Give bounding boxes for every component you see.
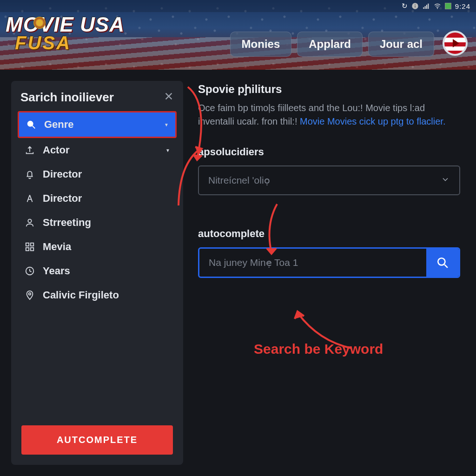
- section-autocomplete-label: autocomplete: [198, 228, 460, 240]
- filter-streaming[interactable]: Strreeting: [18, 211, 177, 235]
- app-logo[interactable]: MOVIE USA FUSA: [6, 13, 125, 53]
- search-input[interactable]: [199, 249, 426, 277]
- search-box: [198, 247, 460, 278]
- grid-icon: [24, 242, 35, 252]
- svg-point-2: [415, 4, 416, 5]
- svg-point-7: [437, 8, 438, 9]
- filter-label: Years: [43, 265, 70, 277]
- status-bar: ↻ 9:24: [0, 0, 476, 12]
- desc-link[interactable]: Movie Movies cick up ptg to flaclier.: [300, 116, 445, 126]
- search-button[interactable]: [426, 249, 459, 277]
- filter-label: Director: [43, 168, 82, 180]
- text-icon: [24, 193, 35, 204]
- annotation-search-keyword: Search be Keyword: [254, 341, 383, 357]
- sidebar-title: Sarich inoiliever: [20, 90, 114, 105]
- signal-icon: [423, 2, 430, 10]
- svg-point-8: [28, 121, 33, 126]
- battery-icon: [445, 3, 451, 9]
- category-dropdown[interactable]: Nitreícnel 'oliọ: [198, 165, 460, 195]
- status-time: 9:24: [455, 2, 470, 10]
- filter-label: Director: [43, 192, 82, 205]
- filter-years[interactable]: Years: [18, 259, 177, 283]
- bell-icon: [24, 169, 35, 179]
- filter-genre[interactable]: Genre ▼: [18, 111, 177, 138]
- filter-director-2[interactable]: Director: [18, 186, 177, 211]
- page-description: Oce faim bp timoļs fiilleets and the Lou…: [198, 101, 460, 128]
- wifi-icon: [434, 2, 441, 10]
- svg-rect-11: [31, 243, 33, 246]
- logo-badge-icon: [33, 17, 46, 29]
- filter-label: Mevia: [43, 241, 71, 253]
- search-icon: [26, 119, 37, 130]
- svg-point-15: [29, 293, 31, 295]
- svg-rect-6: [428, 4, 429, 9]
- filter-label: Actor: [43, 144, 69, 156]
- svg-rect-5: [426, 5, 427, 9]
- refresh-icon: ↻: [402, 2, 408, 10]
- chevron-down-icon: ▼: [164, 122, 169, 127]
- autocomplete-button[interactable]: AUTCOMPLETE: [21, 425, 173, 455]
- filter-label: Strreeting: [43, 217, 91, 229]
- info-icon: [411, 2, 419, 10]
- filter-label: Genre: [44, 119, 74, 131]
- search-icon: [436, 257, 449, 269]
- filter-list: Genre ▼ Actor ▼ Director Director Strree…: [11, 111, 183, 307]
- svg-rect-4: [424, 6, 425, 9]
- chevron-down-icon: ▼: [165, 148, 170, 153]
- filter-actor[interactable]: Actor ▼: [18, 138, 177, 162]
- close-icon[interactable]: [164, 90, 174, 105]
- svg-rect-3: [423, 7, 424, 9]
- svg-rect-13: [31, 248, 33, 251]
- main-panel: Spovie pḩiliturs Oce faim bp timoļs fiil…: [193, 81, 465, 465]
- nav-monies[interactable]: Monies: [230, 32, 292, 57]
- dropdown-placeholder: Nitreícnel 'oliọ: [208, 175, 270, 186]
- svg-rect-10: [26, 243, 29, 246]
- filter-label: Calivic Firgileto: [43, 289, 119, 301]
- nav-applard[interactable]: Applard: [297, 32, 363, 57]
- content-area: Sarich inoiliever Genre ▼ Actor ▼ Direct…: [0, 70, 476, 476]
- upload-icon: [24, 145, 35, 155]
- person-icon: [24, 218, 35, 228]
- filter-sidebar: Sarich inoiliever Genre ▼ Actor ▼ Direct…: [11, 81, 183, 465]
- page-heading: Spovie pḩiliturs: [198, 83, 460, 96]
- filter-media[interactable]: Mevia: [18, 235, 177, 259]
- pin-icon: [24, 290, 35, 300]
- section-apsolucidiers-label: apsolucidiers: [198, 146, 460, 158]
- header-nav: Monies Applard Jour acl: [230, 32, 434, 57]
- filter-director-1[interactable]: Director: [18, 162, 177, 186]
- svg-point-9: [28, 219, 31, 223]
- svg-rect-1: [415, 6, 415, 8]
- clock-icon: [24, 266, 35, 276]
- svg-rect-12: [26, 248, 29, 251]
- svg-point-16: [438, 258, 445, 265]
- nav-jouracl[interactable]: Jour acl: [368, 32, 434, 57]
- chevron-down-icon: [441, 175, 450, 186]
- filter-location[interactable]: Calivic Firgileto: [18, 283, 177, 307]
- flag-play-icon[interactable]: [443, 31, 468, 56]
